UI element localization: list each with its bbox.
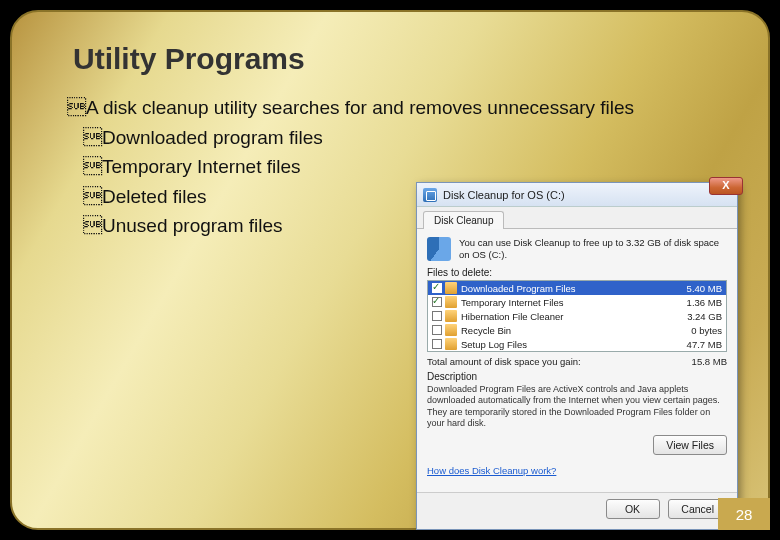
total-row: Total amount of disk space you gain: 15.… (427, 356, 727, 367)
files-to-delete-label: Files to delete: (427, 267, 727, 278)
file-name: Hibernation File Cleaner (461, 311, 672, 322)
dialog-body: You can use Disk Cleanup to free up to 3… (417, 228, 737, 492)
bullet-item: Downloaded program files (67, 124, 738, 152)
file-name: Setup Log Files (461, 339, 672, 350)
file-type-icon (445, 338, 457, 350)
file-name: Downloaded Program Files (461, 283, 672, 294)
file-size: 1.36 MB (672, 297, 722, 308)
disk-cleanup-icon (423, 188, 437, 202)
checkbox[interactable] (432, 297, 442, 307)
list-item[interactable]: Downloaded Program Files 5.40 MB (428, 281, 726, 295)
checkbox[interactable] (432, 311, 442, 321)
page-number: 28 (718, 498, 770, 530)
disk-cleanup-dialog: Disk Cleanup for OS (C:) X Disk Cleanup … (416, 182, 738, 530)
bullet-main: A disk cleanup utility searches for and… (67, 94, 738, 122)
slide-title: Utility Programs (73, 42, 738, 76)
info-text: You can use Disk Cleanup to free up to 3… (459, 237, 727, 261)
list-item[interactable]: Temporary Internet Files 1.36 MB (428, 295, 726, 309)
file-size: 5.40 MB (672, 283, 722, 294)
list-item[interactable]: Recycle Bin 0 bytes (428, 323, 726, 337)
close-button[interactable]: X (709, 177, 743, 195)
bullet-item: Temporary Internet files (67, 153, 738, 181)
checkbox[interactable] (432, 283, 442, 293)
file-type-icon (445, 310, 457, 322)
files-listbox[interactable]: Downloaded Program Files 5.40 MB Tempora… (427, 280, 727, 352)
total-value: 15.8 MB (692, 356, 727, 367)
dialog-title: Disk Cleanup for OS (C:) (443, 189, 565, 201)
checkbox[interactable] (432, 339, 442, 349)
list-item[interactable]: Setup Log Files 47.7 MB (428, 337, 726, 351)
list-item[interactable]: Hibernation File Cleaner 3.24 GB (428, 309, 726, 323)
help-link[interactable]: How does Disk Cleanup work? (427, 465, 556, 476)
file-size: 3.24 GB (672, 311, 722, 322)
file-type-icon (445, 282, 457, 294)
bullet-icon:  (83, 156, 102, 177)
file-size: 47.7 MB (672, 339, 722, 350)
bullet-icon:  (83, 127, 102, 148)
info-row: You can use Disk Cleanup to free up to 3… (427, 237, 727, 261)
view-files-button[interactable]: View Files (653, 435, 727, 455)
file-name: Recycle Bin (461, 325, 672, 336)
bullet-icon:  (83, 186, 102, 207)
total-label: Total amount of disk space you gain: (427, 356, 581, 367)
file-size: 0 bytes (672, 325, 722, 336)
description-text: Downloaded Program Files are ActiveX con… (427, 384, 727, 429)
dialog-titlebar[interactable]: Disk Cleanup for OS (C:) X (417, 183, 737, 207)
file-name: Temporary Internet Files (461, 297, 672, 308)
ok-button[interactable]: OK (606, 499, 660, 519)
file-type-icon (445, 296, 457, 308)
dialog-footer: OK Cancel (417, 492, 737, 529)
description-title: Description (427, 371, 727, 382)
bullet-icon:  (67, 97, 86, 118)
drive-pie-icon (427, 237, 451, 261)
bullet-icon:  (83, 215, 102, 236)
checkbox[interactable] (432, 325, 442, 335)
file-type-icon (445, 324, 457, 336)
tab-disk-cleanup[interactable]: Disk Cleanup (423, 211, 504, 229)
slide-frame: Utility Programs A disk cleanup utility… (10, 10, 770, 530)
